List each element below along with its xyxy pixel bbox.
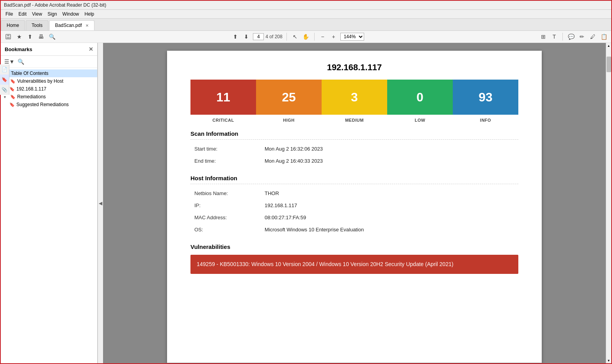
severity-medium: 3 (322, 80, 387, 115)
expand-icon-remed[interactable]: ▾ (4, 95, 9, 99)
severity-labels: CRITICAL HIGH MEDIUM LOW INFO (190, 118, 518, 123)
comment-icon[interactable]: 💬 (567, 32, 575, 41)
sidebar-item-vuln-host[interactable]: ▾ 🔖 Vulnerabilities by Host (1, 77, 97, 85)
share-icon[interactable]: ⬆ (26, 32, 34, 41)
host-ip-label: IP: (190, 199, 261, 211)
host-netbios-row: Netbios Name: THOR (190, 187, 518, 199)
host-os-value: Microsoft Windows 10 Enterprise Evaluati… (261, 224, 518, 236)
sidebar-tab-pages[interactable]: 📄 (1, 64, 9, 75)
host-mac-value: 08:00:27:17:FA:59 (261, 211, 518, 224)
sidebar-search-icon[interactable]: 🔍 (16, 57, 25, 66)
stamp-icon[interactable]: 📋 (600, 32, 608, 41)
zoom-select[interactable]: 144% 100% 75% 50% 200% (340, 33, 364, 41)
svg-rect-1 (7, 34, 9, 36)
tab-close-icon[interactable]: ✕ (85, 23, 89, 28)
scroll-track (606, 48, 612, 358)
pdf-content: 192.168.1.117 11 25 3 0 (103, 43, 606, 363)
scroll-up-arrow[interactable]: ▲ (606, 43, 612, 48)
severity-high: 25 (256, 80, 322, 115)
toolbar-right: ⊞ T 💬 ✏ 🖊 📋 (539, 32, 608, 41)
menu-sign[interactable]: Sign (45, 11, 59, 18)
sidebar-toolbar: ☰▼ 🔍 (1, 56, 97, 68)
bookmark-icon-vuln: 🔖 (10, 79, 16, 84)
page-up-icon[interactable]: ⬆ (231, 32, 240, 41)
scan-end-label: End time: (190, 155, 261, 167)
pdf-page: 192.168.1.117 11 25 3 0 (167, 51, 542, 363)
main-area: 📄 🔖 📎 Bookmarks ✕ ☰▼ 🔍 🔖 Table O (1, 43, 611, 363)
zoom-in-icon[interactable]: + (329, 32, 338, 41)
label-medium: MEDIUM (322, 118, 387, 123)
vuln-entry: 149259 - KB5001330: Windows 10 Version 2… (190, 255, 518, 274)
tab-tools[interactable]: Tools (26, 20, 48, 30)
menu-window[interactable]: Window (60, 11, 82, 18)
tab-bar: Home Tools BadScan.pdf ✕ (1, 19, 611, 31)
sidebar-title: Bookmarks (5, 46, 32, 52)
sidebar-tab-attachments[interactable]: 📎 (1, 85, 9, 95)
vuln-section-title: Vulnerabilities (190, 243, 518, 250)
pencil-icon[interactable]: ✏ (578, 32, 586, 41)
page-nav: 4 of 208 (253, 33, 282, 40)
scan-start-label: Start time: (190, 143, 261, 155)
sidebar-collapse-handle[interactable]: ◀ (98, 43, 103, 363)
scan-info-title: Scan Information (190, 130, 518, 140)
menu-bar: File Edit View Sign Window Help (1, 10, 611, 19)
star-icon[interactable]: ★ (15, 32, 23, 41)
sidebar-item-toc[interactable]: 🔖 Table Of Contents (1, 69, 97, 77)
host-mac-row: MAC Address: 08:00:27:17:FA:59 (190, 211, 518, 224)
host-info-table: Netbios Name: THOR IP: 192.168.1.117 MAC… (190, 187, 518, 236)
sidebar-tree: 🔖 Table Of Contents ▾ 🔖 Vulnerabilities … (1, 68, 97, 110)
save-icon[interactable] (4, 32, 12, 41)
sidebar-item-remediation[interactable]: ▾ 🔖 Remediations (1, 93, 97, 101)
sidebar-header: Bookmarks ✕ (1, 43, 97, 56)
scan-end-row: End time: Mon Aug 2 16:40:33 2023 (190, 155, 518, 167)
page-number-input[interactable] (253, 33, 264, 40)
type-tool-icon[interactable]: T (550, 32, 559, 41)
page-down-icon[interactable]: ⬇ (242, 32, 251, 41)
sidebar-item-suggested[interactable]: 🔖 Suggested Remediations (1, 101, 97, 108)
sidebar: 📄 🔖 📎 Bookmarks ✕ ☰▼ 🔍 🔖 Table O (1, 43, 98, 363)
label-info: INFO (453, 118, 518, 123)
select-tool-icon[interactable]: ↖ (291, 32, 299, 41)
severity-critical: 11 (190, 80, 256, 115)
label-critical: CRITICAL (190, 118, 256, 123)
bookmark-icon-suggested: 🔖 (9, 102, 15, 107)
severity-info: 93 (453, 80, 518, 115)
hand-tool-icon[interactable]: ✋ (302, 32, 310, 41)
sidebar-item-ip[interactable]: 🔖 192.168.1.117 (1, 85, 97, 93)
scroll-down-arrow[interactable]: ▼ (606, 358, 612, 363)
svg-rect-2 (7, 37, 10, 39)
host-netbios-value: THOR (261, 187, 518, 199)
menu-help[interactable]: Help (82, 11, 97, 18)
sidebar-close-icon[interactable]: ✕ (89, 46, 93, 52)
search-icon[interactable]: 🔍 (48, 32, 56, 41)
menu-file[interactable]: File (3, 11, 15, 18)
menu-view[interactable]: View (30, 11, 44, 18)
sidebar-tab-bookmarks[interactable]: 🔖 (1, 75, 9, 85)
highlight-icon[interactable]: 🖊 (589, 32, 597, 41)
host-ip-value: 192.168.1.117 (261, 199, 518, 211)
host-mac-label: MAC Address: (190, 211, 261, 224)
tab-home[interactable]: Home (1, 20, 25, 30)
severity-low: 0 (387, 80, 453, 115)
window-title-bar: BadScan.pdf - Adobe Acrobat Reader DC (3… (1, 1, 611, 10)
scan-end-value: Mon Aug 2 16:40:33 2023 (261, 155, 518, 167)
severity-bar: 11 25 3 0 93 (190, 80, 518, 115)
tab-badscan[interactable]: BadScan.pdf ✕ (49, 20, 94, 30)
page-organize-icon[interactable]: ⊞ (539, 32, 548, 41)
host-os-row: OS: Microsoft Windows 10 Enterprise Eval… (190, 224, 518, 236)
scan-info-table: Start time: Mon Aug 2 16:32:06 2023 End … (190, 143, 518, 167)
zoom-out-icon[interactable]: − (318, 32, 327, 41)
label-low: LOW (387, 118, 453, 123)
print-icon[interactable]: 🖶 (37, 32, 45, 41)
sidebar-item-toc-label: Table Of Contents (11, 71, 48, 76)
menu-edit[interactable]: Edit (16, 11, 29, 18)
sidebar-item-vuln-label: Vulnerabilities by Host (17, 78, 63, 84)
label-high: HIGH (256, 118, 322, 123)
scan-start-value: Mon Aug 2 16:32:06 2023 (261, 143, 518, 155)
bookmark-icon-remed: 🔖 (10, 94, 16, 99)
scan-start-row: Start time: Mon Aug 2 16:32:06 2023 (190, 143, 518, 155)
window-title: BadScan.pdf - Adobe Acrobat Reader DC (3… (4, 2, 106, 8)
page-total: 4 of 208 (265, 34, 282, 39)
toolbar-center: ⬆ ⬇ 4 of 208 ↖ ✋ − + 144% 100% 75% 50% 2… (231, 32, 364, 41)
scroll-thumb[interactable] (607, 57, 611, 72)
